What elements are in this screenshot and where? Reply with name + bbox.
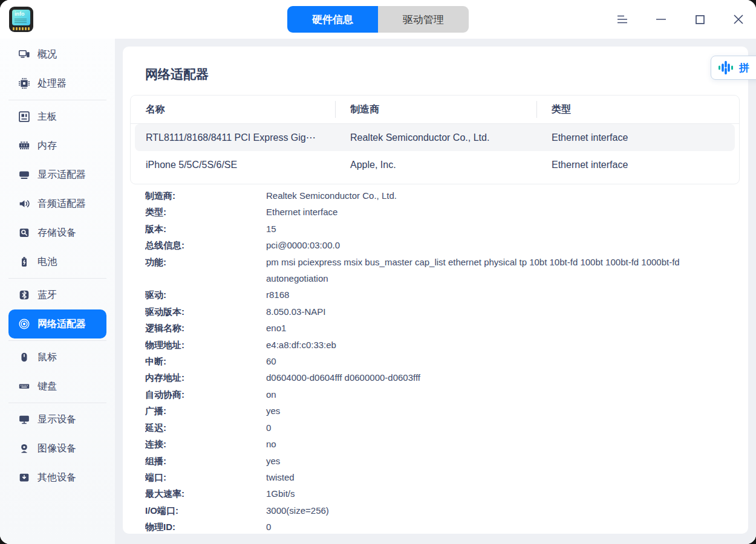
sidebar-item-label: 其他设备 — [37, 471, 76, 484]
tab-hardware-info[interactable]: 硬件信息 — [287, 6, 378, 33]
memory-icon — [19, 140, 30, 151]
table-header: 名称 制造商 类型 — [131, 96, 739, 124]
detail-row: 最大速率: 1Gbit/s — [145, 485, 734, 502]
sidebar-item-label: 键盘 — [37, 380, 57, 393]
overview-icon — [19, 49, 30, 60]
sidebar-item-mouse[interactable]: 鼠标 — [8, 343, 106, 372]
sidebar-item-motherboard[interactable]: 主板 — [8, 102, 106, 131]
detail-value: eno1 — [266, 320, 734, 336]
content-card: 网络适配器 名称 制造商 类型 RTL8111/8168/8411 PCI Ex… — [123, 47, 748, 534]
detail-row: 端口: twisted — [145, 469, 734, 485]
detail-row: 驱动版本: 8.050.03-NAPI — [145, 303, 734, 320]
cell-type: Ethernet interface — [541, 132, 735, 143]
detail-row: 驱动: r8168 — [145, 287, 734, 303]
detail-label: 版本: — [145, 221, 266, 237]
table-row[interactable]: RTL8111/8168/8411 PCI Express Gig⋯ Realt… — [135, 124, 735, 151]
detail-row: I/O端口: 3000(size=256) — [145, 502, 734, 519]
detail-row: 连接: no — [145, 436, 734, 452]
detail-value: pm msi pciexpress msix bus_master cap_li… — [266, 254, 734, 287]
detail-value: 60 — [266, 353, 734, 369]
detail-label: 总线信息: — [145, 237, 266, 253]
detail-label: 功能: — [145, 254, 266, 287]
detail-value: 8.050.03-NAPI — [266, 303, 734, 320]
table-row[interactable]: iPhone 5/5C/5S/6/SE Apple, Inc. Ethernet… — [135, 151, 735, 178]
sidebar-item-label: 显示适配器 — [37, 169, 86, 181]
detail-label: 自动协商: — [145, 386, 266, 403]
detail-row: 功能: pm msi pciexpress msix bus_master ca… — [145, 254, 734, 287]
detail-row: 组播: yes — [145, 453, 734, 469]
storage-icon — [19, 227, 30, 238]
sidebar-item-overview[interactable]: 概况 — [8, 40, 106, 69]
cell-vendor: Apple, Inc. — [339, 160, 541, 170]
sidebar-divider — [8, 340, 106, 341]
detail-value: r8168 — [266, 287, 734, 303]
column-header-name: 名称 — [131, 103, 335, 116]
sidebar-item-battery[interactable]: 电池 — [8, 247, 106, 276]
detail-label: 延迟: — [145, 419, 266, 436]
cell-name: RTL8111/8168/8411 PCI Express Gig⋯ — [135, 132, 339, 143]
sidebar-item-memory[interactable]: 内存 — [8, 131, 106, 160]
cell-vendor: Realtek Semiconductor Co., Ltd. — [339, 132, 541, 143]
sidebar-item-image-device[interactable]: 图像设备 — [8, 434, 106, 463]
minimize-icon[interactable] — [652, 10, 670, 28]
sidebar-item-label: 内存 — [37, 140, 57, 152]
cpu-icon — [19, 78, 30, 89]
sidebar-item-cpu[interactable]: 处理器 — [8, 69, 106, 98]
other-device-icon — [19, 472, 30, 483]
audio-adapter-icon — [19, 198, 30, 209]
float-tool-label: 拼 — [739, 61, 749, 75]
detail-value: on — [266, 386, 734, 403]
sidebar-item-display-device[interactable]: 显示设备 — [8, 405, 106, 434]
bluetooth-icon — [19, 290, 30, 300]
detail-value: pci@0000:03:00.0 — [266, 237, 734, 253]
device-manager-window: info 硬件信息 驱动管理 概况 — [0, 0, 756, 544]
sidebar-item-label: 蓝牙 — [37, 289, 57, 302]
tab-driver-management[interactable]: 驱动管理 — [378, 6, 469, 33]
keyboard-icon — [19, 381, 30, 392]
detail-row: 物理ID: 0 — [145, 519, 734, 534]
sidebar-item-keyboard[interactable]: 键盘 — [8, 372, 106, 401]
detail-row: 版本: 15 — [145, 221, 734, 237]
sidebar-item-label: 图像设备 — [37, 442, 76, 455]
column-header-vendor: 制造商 — [335, 103, 536, 116]
sidebar-item-label: 网络适配器 — [37, 318, 86, 331]
page-title: 网络适配器 — [145, 66, 209, 83]
maximize-icon[interactable] — [691, 10, 709, 28]
detail-row: 中断: 60 — [145, 353, 734, 369]
cell-type: Ethernet interface — [541, 160, 735, 170]
display-adapter-icon — [19, 169, 30, 180]
display-device-icon — [19, 414, 30, 425]
sidebar-item-bluetooth[interactable]: 蓝牙 — [8, 280, 106, 309]
battery-icon — [19, 256, 30, 267]
detail-row: 类型: Ethernet interface — [145, 204, 734, 220]
close-icon[interactable] — [729, 10, 748, 28]
sidebar-item-audio-adapter[interactable]: 音频适配器 — [8, 189, 106, 218]
sidebar-item-label: 主板 — [37, 111, 57, 123]
sidebar-divider — [8, 100, 106, 100]
detail-label: 类型: — [145, 204, 266, 220]
detail-label: 组播: — [145, 453, 266, 469]
image-device-icon — [19, 443, 30, 454]
detail-value: 1Gbit/s — [266, 485, 734, 502]
app-logo-text: info — [15, 11, 25, 17]
detail-value: no — [266, 436, 734, 452]
sidebar-item-network-adapter[interactable]: 网络适配器 — [8, 309, 106, 338]
detail-value: d0604000-d0604fff d0600000-d0603fff — [266, 369, 734, 386]
detail-row: 延迟: 0 — [145, 419, 734, 436]
sidebar-item-storage[interactable]: 存储设备 — [8, 218, 106, 247]
detail-label: 物理地址: — [145, 337, 266, 353]
detail-value: 0 — [266, 419, 734, 436]
detail-label: 制造商: — [145, 192, 266, 204]
main-area: 网络适配器 名称 制造商 类型 RTL8111/8168/8411 PCI Ex… — [115, 39, 756, 544]
sidebar-item-label: 电池 — [37, 256, 57, 268]
detail-value: 3000(size=256) — [266, 502, 734, 519]
sidebar-item-other-device[interactable]: 其他设备 — [8, 463, 106, 492]
detail-label: 端口: — [145, 469, 266, 485]
menu-icon[interactable] — [613, 10, 631, 28]
sidebar-item-display-adapter[interactable]: 显示适配器 — [8, 160, 106, 189]
detail-label: 广播: — [145, 403, 266, 419]
float-tool-button[interactable]: 拼 — [711, 56, 756, 80]
detail-label: 逻辑名称: — [145, 320, 266, 336]
detail-label: I/O端口: — [145, 502, 266, 519]
detail-row: 逻辑名称: eno1 — [145, 320, 734, 336]
